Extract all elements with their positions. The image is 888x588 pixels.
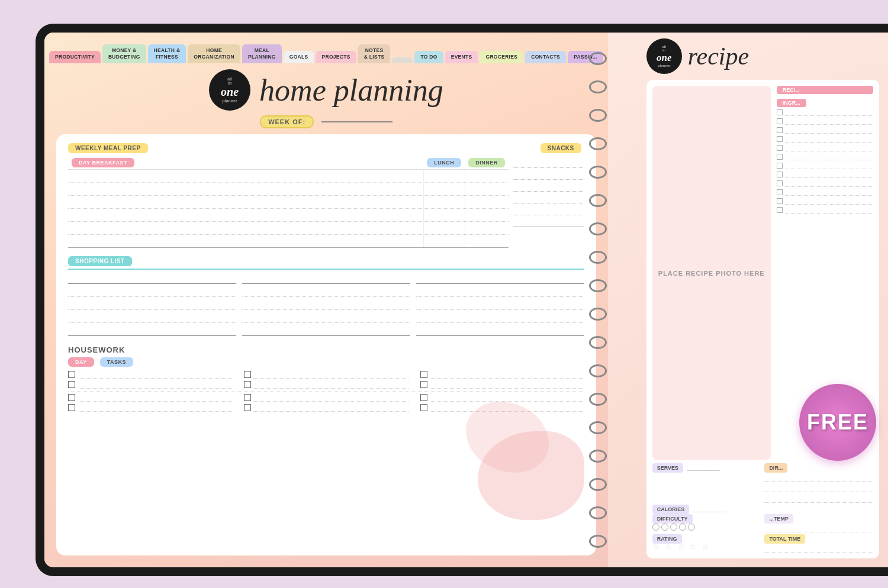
spiral-ring: [589, 535, 607, 548]
serves-row: SERVES ___________: [652, 465, 761, 503]
dinner-header: dinner: [468, 158, 505, 167]
hw-item: [244, 393, 408, 402]
serves-badge: SERVES: [652, 463, 683, 473]
spiral-binding: [583, 33, 613, 567]
tab-events[interactable]: EVENTS: [445, 51, 478, 63]
page-title: home planning: [259, 73, 443, 108]
calories-row: CALORIES ___________: [652, 506, 761, 512]
recipe-header: all in one planner recipe: [646, 38, 879, 74]
recipe-area: all in one planner recipe PLACE RECIPE P…: [638, 33, 888, 567]
logo-circle-left: all in one planner: [209, 69, 250, 111]
difficulty-circle: [652, 524, 659, 531]
checkbox[interactable]: [244, 404, 251, 411]
spiral-ring: [589, 450, 607, 463]
hw-item: [68, 380, 232, 389]
serves-line: ___________: [687, 465, 720, 471]
housework-row: [68, 393, 584, 402]
tablet-screen: PRODUCTIVITY MONEY &BUDGETING HEALTH &FI…: [44, 33, 888, 567]
checkbox[interactable]: [244, 371, 251, 378]
ingredient-row: [777, 206, 873, 214]
checkbox[interactable]: [68, 381, 75, 388]
week-of-underline: [321, 121, 392, 122]
recipe-title: recipe: [688, 42, 749, 70]
checkbox[interactable]: [244, 394, 251, 401]
directions-row: DIR...: [764, 465, 873, 503]
day-badge: day: [68, 357, 94, 367]
table-row: [68, 222, 509, 235]
meal-table-container: day breakfast lunch dinner: [68, 156, 509, 248]
tab-productivity[interactable]: PRODUCTIVITY: [49, 51, 101, 63]
meal-prep-badge: WEEKLY MEAL PREP: [68, 143, 148, 153]
logo-circle-right: all in one planner: [646, 38, 682, 74]
hw-item: [68, 403, 232, 412]
spiral-ring: [589, 393, 607, 406]
checkbox[interactable]: [420, 404, 427, 411]
checkbox[interactable]: [68, 371, 75, 378]
ingredient-row: [777, 127, 873, 134]
spiral-ring: [589, 478, 607, 491]
hw-item: [420, 380, 584, 389]
hw-item: [244, 380, 408, 389]
planner-left-page: PRODUCTIVITY MONEY &BUDGETING HEALTH &FI…: [44, 33, 608, 567]
total-time-row: TOTAL TIME: [764, 536, 873, 553]
ingredient-row: [777, 198, 873, 205]
ingredient-row: [777, 189, 873, 196]
table-row: [68, 209, 509, 222]
hw-item: [68, 393, 232, 402]
spiral-ring: [589, 336, 607, 349]
checkbox[interactable]: [68, 404, 75, 411]
difficulty-badge: DIFFICULTY: [652, 514, 693, 524]
tab-todo[interactable]: TO DO: [414, 51, 443, 63]
spiral-ring: [589, 194, 607, 207]
checkbox[interactable]: [420, 371, 427, 378]
spiral-ring: [589, 364, 607, 377]
shopping-row: [68, 272, 584, 284]
recipe-check-rows: INGR...: [777, 96, 873, 214]
spiral-ring: [589, 137, 607, 150]
checkbox[interactable]: [244, 381, 251, 388]
temp-badge: ...TEMP: [764, 514, 793, 524]
tab-goals[interactable]: GOALS: [284, 51, 314, 63]
tasks-badge: tasks: [100, 357, 133, 367]
tab-notes[interactable]: NOTES& LISTS: [358, 44, 391, 63]
ingredient-row: [777, 109, 873, 116]
tab-home[interactable]: HOMEORGANIZATION: [188, 44, 240, 63]
spiral-ring: [589, 251, 607, 264]
tab-groceries[interactable]: GROCERIES: [480, 51, 523, 63]
recipe-name-badge: RECI...: [777, 86, 873, 94]
ingredient-row: [777, 162, 873, 169]
checkbox[interactable]: [68, 394, 75, 401]
shopping-list-section: SHOPPING LIST: [68, 255, 584, 337]
difficulty-circle: [688, 524, 695, 531]
total-time-badge: TOTAL TIME: [764, 534, 805, 544]
table-row: [68, 170, 509, 183]
recipe-bottom-info: SERVES ___________ DIR... CALORIES _____…: [652, 465, 873, 553]
lunch-header: lunch: [427, 158, 461, 167]
tablet-frame: PRODUCTIVITY MONEY &BUDGETING HEALTH &FI…: [36, 24, 888, 576]
hw-item: [420, 370, 584, 379]
tab-health[interactable]: HEALTH &FITNESS: [148, 44, 186, 63]
shopping-badge: SHOPPING LIST: [68, 256, 132, 266]
spiral-ring: [589, 109, 607, 122]
difficulty-circle: [661, 524, 668, 531]
rating-row: RATING ☆ ☆ ☆ ☆ ☆: [652, 536, 761, 553]
ingredient-row: [777, 153, 873, 160]
directions-badge: DIR...: [764, 463, 787, 473]
table-row: [68, 235, 509, 248]
recipe-photo-placeholder: PLACE RECIPE PHOTO HERE: [652, 86, 771, 460]
hw-item: [68, 370, 232, 379]
day-header: day breakfast: [72, 158, 134, 167]
free-text: FREE: [807, 410, 868, 435]
tab-meal[interactable]: MEALPLANNING: [242, 44, 282, 63]
calories-badge: CALORIES: [652, 505, 690, 514]
checkbox[interactable]: [420, 381, 427, 388]
tab-money[interactable]: MONEY &BUDGETING: [102, 44, 146, 63]
spiral-ring: [589, 222, 607, 235]
spiral-ring: [589, 308, 607, 321]
spiral-ring: [589, 279, 607, 292]
tab-projects[interactable]: PROJECTS: [316, 51, 356, 63]
free-badge: FREE: [799, 384, 876, 461]
tab-contacts[interactable]: CONTACTS: [525, 51, 566, 63]
checkbox[interactable]: [420, 394, 427, 401]
housework-title: HOUSEWORK: [68, 345, 125, 354]
